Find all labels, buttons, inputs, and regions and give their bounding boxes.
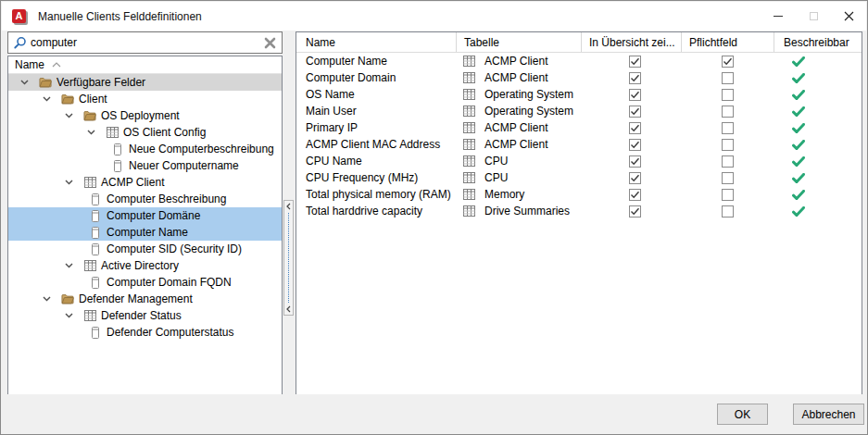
- collapse-left-icon[interactable]: [286, 201, 291, 212]
- table-row[interactable]: CPU Frequency (MHz) CPU: [296, 169, 862, 186]
- tree-node[interactable]: Computer Domain FQDN: [8, 274, 282, 291]
- required-checkbox[interactable]: [722, 155, 734, 168]
- required-checkbox[interactable]: [722, 122, 734, 134]
- table-row[interactable]: CPU Name CPU: [296, 153, 862, 169]
- tree-node[interactable]: Neuer Computername: [8, 157, 282, 174]
- splitter[interactable]: [283, 200, 294, 316]
- dialog-window: A Manuelle Clients Felddefinitionen Name: [0, 0, 868, 435]
- table-name: Operating System: [484, 105, 573, 118]
- ok-button[interactable]: OK: [717, 404, 768, 425]
- table-icon: [463, 89, 475, 100]
- table-row[interactable]: Primary IP ACMP Client: [296, 119, 862, 136]
- field-icon: [92, 327, 99, 339]
- clear-search-icon[interactable]: [264, 37, 276, 49]
- close-button[interactable]: [831, 2, 866, 31]
- table-row[interactable]: Computer Domain ACMP Client: [296, 69, 862, 86]
- maximize-button[interactable]: [796, 2, 831, 31]
- tree-node[interactable]: Defender Management: [8, 291, 282, 307]
- column-header-pflichtfeld[interactable]: Pflichtfeld: [681, 32, 774, 52]
- tree-node-icon: [89, 227, 102, 239]
- tree-node-icon: [83, 260, 96, 271]
- overview-checkbox[interactable]: [629, 106, 641, 118]
- cancel-button[interactable]: Abbrechen: [793, 404, 864, 425]
- required-checkbox[interactable]: [722, 72, 734, 84]
- overview-checkbox[interactable]: [629, 56, 641, 68]
- tree-node[interactable]: Computer SID (Security ID): [8, 241, 282, 257]
- column-header-tabelle[interactable]: Tabelle: [456, 32, 581, 52]
- tree-node[interactable]: Defender Computerstatus: [8, 324, 282, 341]
- table-icon: [463, 139, 475, 150]
- overview-cell: [581, 56, 681, 68]
- search-input[interactable]: [31, 32, 264, 53]
- overview-cell: [581, 155, 681, 168]
- chevron-down-icon[interactable]: [87, 130, 98, 135]
- table-row[interactable]: Total physical memory (RAM) Memory: [296, 186, 862, 203]
- column-header-uebersicht[interactable]: In Übersicht zei...: [581, 32, 681, 52]
- required-checkbox[interactable]: [722, 172, 734, 184]
- writable-check-icon: [792, 190, 805, 200]
- tree-node-icon: [61, 93, 74, 105]
- required-checkbox[interactable]: [722, 189, 734, 201]
- tree-node[interactable]: ACMP Client: [8, 174, 282, 191]
- tree-column-header-name[interactable]: Name: [8, 56, 282, 74]
- required-checkbox[interactable]: [722, 56, 734, 68]
- overview-checkbox[interactable]: [629, 89, 641, 101]
- overview-checkbox[interactable]: [629, 122, 641, 134]
- writable-check-icon: [792, 206, 805, 217]
- tree-node[interactable]: Computer Domäne: [8, 207, 282, 224]
- tree-node[interactable]: Computer Name: [8, 224, 282, 241]
- table-row[interactable]: Computer Name ACMP Client: [296, 53, 862, 69]
- tree-node-icon: [89, 277, 102, 289]
- overview-checkbox[interactable]: [629, 189, 641, 201]
- overview-checkbox[interactable]: [629, 139, 641, 151]
- tree-node-label: ACMP Client: [101, 176, 164, 189]
- writable-check-icon: [792, 90, 805, 100]
- table-icon: [463, 205, 475, 217]
- field-name-cell: CPU Name: [296, 155, 456, 168]
- table-icon-slot: [462, 89, 475, 100]
- chevron-down-icon[interactable]: [65, 113, 76, 118]
- required-checkbox[interactable]: [722, 139, 734, 151]
- chevron-down-icon[interactable]: [43, 96, 54, 102]
- tree-node[interactable]: Client: [8, 91, 282, 107]
- table-row[interactable]: ACMP Client MAC Address ACMP Client: [296, 136, 862, 153]
- chevron-down-icon[interactable]: [20, 80, 31, 85]
- required-checkbox[interactable]: [722, 89, 734, 101]
- collapse-left-icon[interactable]: [286, 304, 291, 315]
- tree-node[interactable]: OS Client Config: [8, 124, 282, 141]
- chevron-down-icon[interactable]: [65, 263, 76, 268]
- tree-node-icon: [83, 177, 96, 188]
- tree-node[interactable]: Neue Computerbeschreibung: [8, 141, 282, 157]
- tree-node[interactable]: OS Deployment: [8, 107, 282, 124]
- tree-node[interactable]: Verfügbare Felder: [8, 74, 282, 91]
- tree-node[interactable]: Computer Beschreibung: [8, 191, 282, 207]
- table-icon: [463, 189, 475, 200]
- chevron-down-icon[interactable]: [65, 313, 76, 318]
- chevron-down-icon[interactable]: [65, 180, 76, 185]
- overview-cell: [581, 172, 681, 184]
- required-checkbox[interactable]: [722, 106, 734, 118]
- grid-body: Computer Name ACMP Client Computer Dom: [296, 53, 862, 219]
- chevron-down-icon[interactable]: [43, 296, 54, 302]
- table-icon: [463, 72, 475, 83]
- overview-checkbox[interactable]: [629, 205, 641, 218]
- overview-cell: [581, 139, 681, 151]
- field-name-cell: Computer Name: [296, 55, 456, 68]
- minimize-button[interactable]: [761, 2, 796, 31]
- tree-node[interactable]: Defender Status: [8, 307, 282, 324]
- column-header-beschreibbar[interactable]: Beschreibbar: [774, 32, 862, 52]
- table-name: Drive Summaries: [484, 205, 570, 218]
- required-cell: [681, 205, 774, 218]
- overview-checkbox[interactable]: [629, 172, 641, 184]
- table-row[interactable]: OS Name Operating System: [296, 86, 862, 103]
- tree-node[interactable]: Active Directory: [8, 257, 282, 274]
- tree-node-icon: [39, 77, 52, 88]
- table-row[interactable]: Total harddrive capacity Drive Summaries: [296, 203, 862, 219]
- overview-checkbox[interactable]: [629, 72, 641, 84]
- column-header-name[interactable]: Name: [296, 32, 456, 52]
- required-checkbox[interactable]: [722, 205, 734, 218]
- table-row[interactable]: Main User Operating System: [296, 103, 862, 119]
- table-name: ACMP Client: [484, 138, 547, 151]
- splitter-handle[interactable]: [288, 213, 289, 303]
- overview-checkbox[interactable]: [629, 155, 641, 168]
